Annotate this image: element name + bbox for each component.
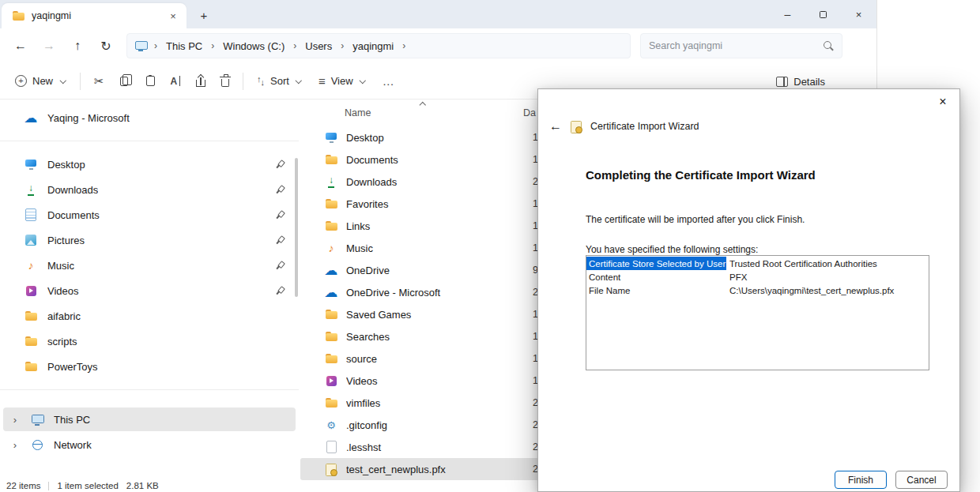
view-lines-icon: ≡ [318,75,326,87]
sidebar-item-label: Music [47,260,74,272]
chevron-right-icon[interactable]: › [9,414,21,426]
sidebar-item-music[interactable]: Music [3,254,296,277]
screen: yaqingmi × + – × ← → ↑ ↻ › This PC › Win… [0,0,980,492]
details-label: Details [793,76,825,88]
new-tab-button[interactable]: + [194,6,213,24]
desktop-icon [24,157,38,171]
setting-value: C:\Users\yaqingmi\test_cert_newplus.pfx [726,284,897,297]
pin-icon [273,259,287,272]
copy-button[interactable] [113,68,138,95]
music-icon [24,258,38,272]
sidebar-item-label: aifabric [47,310,81,322]
sidebar-item-documents[interactable]: Documents [3,203,296,227]
breadcrumb-yaqingmi[interactable]: yaqingmi [348,38,398,54]
new-label: New [32,75,53,87]
rename-button[interactable] [164,68,187,95]
videos-icon [24,284,38,298]
more-options-button[interactable]: … [375,68,401,95]
sidebar-item-this-pc[interactable]: › This PC [3,407,296,431]
sidebar-item-downloads[interactable]: Downloads [3,178,296,201]
forward-button[interactable]: → [35,33,63,58]
sort-ascending-icon [419,100,426,107]
dialog-titlebar: × [538,89,959,115]
name-column-header[interactable]: Name [345,107,523,118]
cancel-button[interactable]: Cancel [895,471,948,489]
cut-button[interactable]: ✂ [87,68,111,95]
sidebar-item-powertoys[interactable]: PowerToys [3,355,296,378]
sidebar-item-onedrive-account[interactable]: Yaqing - Microsoft [3,106,296,130]
setting-row-content[interactable]: Content PFX [586,270,929,284]
sidebar-item-pictures[interactable]: Pictures [3,228,296,252]
delete-button[interactable] [214,68,236,95]
cut-icon: ✂ [94,75,104,87]
breadcrumb-separator: › [291,40,299,51]
file-name: Links [346,220,525,232]
close-button[interactable]: × [841,0,876,28]
address-bar[interactable]: › This PC › Windows (C:) › Users › yaqin… [126,33,631,58]
wizard-title: Certificate Import Wizard [590,121,699,132]
breadcrumb-separator: › [152,40,160,51]
share-button[interactable] [189,68,213,95]
chevron-right-icon[interactable]: › [9,439,21,451]
sort-button[interactable]: ↑↓ Sort [250,68,310,95]
downloads-icon [324,175,338,189]
toolbar-divider [80,73,81,90]
videos-icon [324,374,338,388]
back-button[interactable]: ← [6,33,35,58]
onedrive-cloud-icon [24,111,38,125]
close-icon: × [856,9,862,21]
sidebar-divider [0,389,299,390]
setting-value: PFX [726,270,750,284]
sort-arrows-icon: ↑↓ [257,77,265,85]
dialog-close-button[interactable]: × [931,92,955,112]
sidebar-item-scripts[interactable]: scripts [3,329,296,353]
file-name: Saved Games [346,309,525,321]
file-name: Desktop [346,132,525,144]
tab-bar: yaqingmi × + – × [0,0,876,28]
breadcrumb-windows-c[interactable]: Windows (C:) [218,38,289,54]
breadcrumb-this-pc[interactable]: This PC [161,38,207,54]
search-box[interactable] [640,33,842,58]
folder-icon [24,309,38,323]
file-name: Music [346,242,525,254]
sidebar-item-label: Videos [47,285,79,297]
paste-button[interactable] [139,68,162,95]
finish-button[interactable]: Finish [835,471,887,489]
explorer-tab[interactable]: yaqingmi × [2,3,187,28]
wizard-back-button[interactable]: ← [549,120,562,133]
sidebar-item-aifabric[interactable]: aifabric [3,304,296,328]
settings-list[interactable]: Certificate Store Selected by User Trust… [586,255,929,370]
certificate-icon [569,119,583,133]
setting-row-store[interactable]: Certificate Store Selected by User Trust… [586,257,929,270]
setting-key: File Name [586,284,726,297]
refresh-button[interactable]: ↻ [92,33,120,58]
file-name: Documents [346,154,525,166]
sidebar-divider [0,141,299,141]
wizard-header: ← Certificate Import Wizard [538,115,959,138]
share-icon [196,80,205,87]
up-button[interactable]: ↑ [63,33,92,58]
view-button[interactable]: ≡ View [311,68,374,95]
ellipsis-icon: … [383,75,394,87]
folder-icon [324,152,338,167]
sidebar-item-videos[interactable]: Videos [3,279,296,302]
date-column-header[interactable]: Da [523,107,536,118]
downloads-icon [24,182,38,197]
breadcrumb-separator: › [400,40,408,51]
minimize-button[interactable]: – [770,0,805,28]
sidebar-scrollbar[interactable] [295,158,298,297]
search-input[interactable] [649,40,817,51]
tab-close-button[interactable]: × [166,9,180,23]
setting-row-filename[interactable]: File Name C:\Users\yaqingmi\test_cert_ne… [586,284,929,297]
new-button[interactable]: + New [8,68,74,95]
file-name: .gitconfig [346,419,525,431]
sidebar-item-desktop[interactable]: Desktop [3,152,296,176]
maximize-button[interactable] [805,0,841,28]
setting-value: Trusted Root Certification Authorities [726,257,880,270]
sidebar-item-network[interactable]: › Network [3,433,296,456]
breadcrumb-users[interactable]: Users [300,38,337,54]
toolbar-divider [243,73,243,90]
this-pc-icon [30,412,44,426]
pinned-section: Desktop Downloads Documents [0,152,299,378]
file-name: Downloads [346,176,525,188]
